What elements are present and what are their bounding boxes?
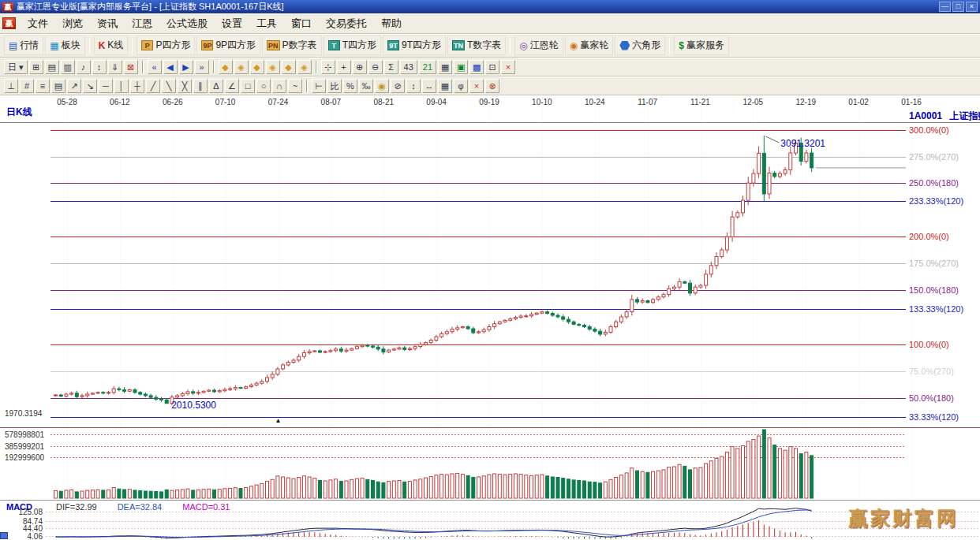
draw-percent-icon[interactable]: % (343, 79, 357, 93)
toolbar-button-label: 赢家轮 (580, 39, 608, 52)
draw-wave-icon[interactable]: ~ (288, 79, 302, 93)
tool-period-day-dropdown[interactable]: 日 ▾ (4, 60, 28, 74)
draw-rectangle-icon[interactable]: □ (241, 79, 255, 93)
tool-nav-next-icon[interactable]: ▶ (179, 60, 193, 74)
draw-cross-line-icon[interactable]: ┼ (130, 79, 144, 93)
menu-browse[interactable]: 浏览 (55, 14, 90, 33)
draw-triangle-icon[interactable]: Δ (209, 79, 223, 93)
toolbar-button-sectors[interactable]: ▦板块 (45, 35, 84, 55)
draw-cross-diagonal-icon[interactable]: ╳ (178, 79, 192, 93)
draw-fib-icon[interactable]: φ (454, 79, 468, 93)
tool-nav-first-icon[interactable]: « (148, 60, 162, 74)
draw-horizontal-line-icon[interactable]: ─ (99, 79, 113, 93)
toolbar-button-winner-service[interactable]: $赢家服务 (674, 35, 729, 55)
tool-crosshair-icon[interactable]: + (337, 60, 351, 74)
kline-chart-canvas[interactable] (0, 95, 980, 540)
draw-stack-icon[interactable]: ≡ (36, 79, 50, 93)
draw-price-measure-icon[interactable]: ↕ (406, 79, 421, 93)
draw-arc-icon[interactable]: ∩ (272, 79, 286, 93)
tool-navy-board-icon[interactable]: ▩ (469, 60, 484, 74)
tool-green-board-icon[interactable]: ▣ (454, 60, 468, 74)
toolbar-separator (306, 80, 308, 92)
draw-permille-icon[interactable]: ‰ (359, 79, 373, 93)
tool-badge-43-icon[interactable]: 43 (400, 60, 417, 74)
draw-golden-coin-icon[interactable]: ◉ (375, 79, 389, 93)
menu-formula-select[interactable]: 公式选股 (159, 14, 215, 33)
tool-swap-axis-icon[interactable]: ↕ (92, 60, 107, 74)
volume-axis-label: 192999600 (5, 453, 44, 462)
toolbar-button-kline[interactable]: KK线 (94, 35, 129, 55)
tool-zoom-in-icon[interactable]: ⊕ (353, 60, 367, 74)
draw-grid-icon[interactable]: # (20, 79, 34, 93)
macd-dif-value: DIF=32.99 (56, 502, 97, 512)
menu-settings[interactable]: 设置 (215, 14, 249, 33)
tool-indicator-list-icon[interactable]: ▤ (45, 60, 59, 74)
tool-zoom-out-icon[interactable]: ⊖ (368, 60, 383, 74)
toolbar-button-9t-square[interactable]: 9T9T四方形 (383, 35, 446, 55)
tool-lock-icon[interactable]: ⊡ (485, 60, 499, 74)
draw-layers-icon[interactable]: ▤ (51, 79, 65, 93)
chart-panel[interactable]: 日K线 1A0001 上证指数 1970.3194 MACD DIF=32.99… (0, 95, 980, 540)
tool-gann-diamond-2-icon[interactable]: ◈ (234, 60, 249, 74)
draw-trend-up-icon[interactable]: ↗ (67, 79, 81, 93)
menu-help[interactable]: 帮助 (374, 14, 409, 33)
window-title: 赢家江恩专业版[赢家内部服务平台] - [上证指数 SH1A0001-167日K… (17, 1, 284, 13)
draw-diagonal-up-icon[interactable]: ╱ (146, 79, 160, 93)
toolbar-button-winner-wheel[interactable]: ◉赢家轮 (565, 35, 613, 55)
date-tick-label: 08-21 (373, 98, 394, 106)
tool-reset-axis-icon[interactable]: ⇓ (108, 60, 122, 74)
tool-stats-icon[interactable]: Σ (384, 60, 398, 74)
toolbar-button-p-square[interactable]: PP四方形 (137, 35, 195, 55)
draw-diagonal-down-icon[interactable]: ╲ (162, 79, 176, 93)
tool-info-panel-icon[interactable]: ▥ (61, 60, 75, 74)
menu-file[interactable]: 文件 (21, 14, 55, 33)
draw-time-measure-icon[interactable]: ↔ (422, 79, 436, 93)
p-number-table-icon: PN (267, 40, 280, 50)
title-bar: 赢 赢家江恩专业版[赢家内部服务平台] - [上证指数 SH1A0001-167… (0, 0, 980, 13)
tool-hand-tool-icon[interactable]: ⊹ (321, 60, 335, 74)
menu-news[interactable]: 资讯 (90, 14, 125, 33)
draw-band-icon[interactable]: ▦ (438, 79, 452, 93)
menu-trade[interactable]: 交易委托 (319, 14, 374, 33)
draw-measure-icon[interactable]: ⊢ (312, 79, 326, 93)
tool-badge-21-icon[interactable]: 21 (419, 60, 436, 74)
draw-vertical-line-icon[interactable]: │ (114, 79, 129, 93)
draw-ratio-icon[interactable]: 比 (327, 79, 342, 93)
tool-delete-region-icon[interactable]: ⊠ (124, 60, 138, 74)
menu-tools[interactable]: 工具 (249, 14, 284, 33)
tool-gann-diamond-3-icon[interactable]: ◆ (250, 60, 264, 74)
tool-close-view-icon[interactable]: × (501, 60, 515, 74)
draw-ellipse-icon[interactable]: ○ (256, 79, 271, 93)
tool-overlay-window-icon[interactable]: ⊞ (29, 60, 43, 74)
draw-parallel-channel-icon[interactable]: ∥ (193, 79, 208, 93)
draw-erase-all-icon[interactable]: ⊗ (485, 79, 499, 93)
tool-nav-prev-icon[interactable]: ◀ (163, 60, 178, 74)
tool-gann-diamond-6-icon[interactable]: ◈ (297, 60, 312, 74)
tool-gann-diamond-4-icon[interactable]: ◈ (266, 60, 280, 74)
toolbar-button-quotes[interactable]: ▤行情 (4, 35, 43, 55)
toolbar-separator (669, 38, 670, 54)
draw-axis-icon[interactable]: ⊥ (4, 79, 18, 93)
gann-level-label: 250.0%(180) (909, 178, 959, 188)
menu-window[interactable]: 窗口 (284, 14, 319, 33)
tool-nav-last-icon[interactable]: » (195, 60, 209, 74)
minimize-button[interactable]: — (939, 2, 951, 12)
tool-sound-alert-icon[interactable]: ♪ (77, 60, 91, 74)
toolbar-button-t-square[interactable]: TT四方形 (324, 35, 381, 55)
draw-delete-line-icon[interactable]: × (469, 79, 484, 93)
close-button[interactable]: × (966, 2, 978, 12)
toolbar-button-hexagon[interactable]: 六角形 (615, 35, 665, 55)
draw-gold-section-icon[interactable]: ⊘ (391, 79, 405, 93)
date-tick-label: 10-10 (532, 98, 552, 106)
menu-gann[interactable]: 江恩 (125, 14, 159, 33)
toolbar-button-gann-wheel[interactable]: ◎江恩轮 (514, 35, 563, 55)
tool-calendar-icon[interactable]: ▦ (438, 60, 452, 74)
tool-gann-diamond-1-icon[interactable]: ◆ (219, 60, 233, 74)
draw-angle-icon[interactable]: ∠ (225, 79, 239, 93)
draw-trend-down-icon[interactable]: ↘ (83, 79, 97, 93)
maximize-button[interactable]: □ (952, 2, 964, 12)
toolbar-button-p-number-table[interactable]: PNP数字表 (262, 35, 322, 55)
toolbar-button-9p-square[interactable]: 9P9P四方形 (196, 35, 260, 55)
tool-gann-diamond-5-icon[interactable]: ◆ (282, 60, 296, 74)
toolbar-button-t-number-table[interactable]: TNT数字表 (447, 35, 506, 55)
